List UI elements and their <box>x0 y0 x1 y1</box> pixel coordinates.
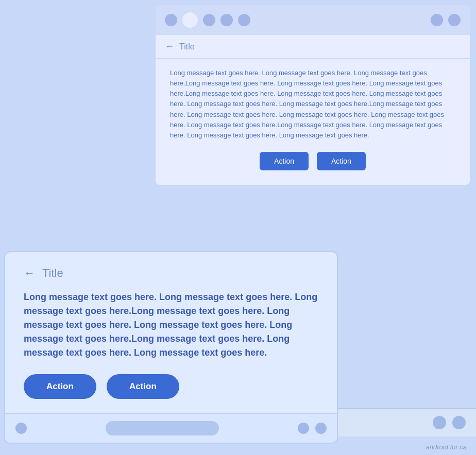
nav-dot-r2 <box>315 423 327 434</box>
top-statusbar <box>156 5 470 35</box>
top-action-button-1[interactable]: Action <box>260 152 309 170</box>
status-dot-2 <box>182 12 198 28</box>
status-dot-1 <box>165 14 177 26</box>
bottom-action-button-1[interactable]: Action <box>24 374 96 399</box>
bottom-back-arrow-icon[interactable]: ← <box>24 267 35 280</box>
bottom-titlebar: ← Title <box>24 267 318 280</box>
right-dot-1 <box>433 416 446 429</box>
nav-right <box>298 423 327 434</box>
watermark: android for ca <box>426 443 467 451</box>
bottom-action-buttons: Action Action <box>24 374 318 399</box>
nav-pill <box>106 421 219 435</box>
status-dot-5 <box>238 14 250 26</box>
status-dot-4 <box>220 14 233 26</box>
status-dot-r1 <box>431 14 443 26</box>
right-dot-2 <box>452 416 466 429</box>
statusbar-right <box>431 14 461 26</box>
top-card-title: Title <box>179 42 195 51</box>
top-action-buttons: Action Action <box>170 152 455 170</box>
bottom-nav-bar <box>5 413 337 443</box>
top-card-body: Long message text goes here. Long messag… <box>156 59 470 185</box>
bottom-message-text: Long message text goes here. Long messag… <box>24 290 318 360</box>
top-card: ← Title Long message text goes here. Lon… <box>156 5 470 185</box>
nav-dot-r1 <box>298 423 309 434</box>
status-dot-3 <box>203 14 215 26</box>
statusbar-left <box>165 12 250 28</box>
nav-dot-left <box>15 423 27 434</box>
status-dot-r2 <box>448 14 461 26</box>
top-titlebar: ← Title <box>156 35 470 59</box>
top-action-button-2[interactable]: Action <box>317 152 366 170</box>
top-message-text: Long message text goes here. Long messag… <box>170 68 455 141</box>
bottom-action-button-2[interactable]: Action <box>107 374 179 399</box>
bottom-card: ← Title Long message text goes here. Lon… <box>4 251 338 444</box>
back-arrow-icon[interactable]: ← <box>165 41 174 52</box>
right-overlay <box>338 408 476 436</box>
bottom-card-title: Title <box>42 267 63 280</box>
bottom-card-inner: ← Title Long message text goes here. Lon… <box>5 252 337 413</box>
